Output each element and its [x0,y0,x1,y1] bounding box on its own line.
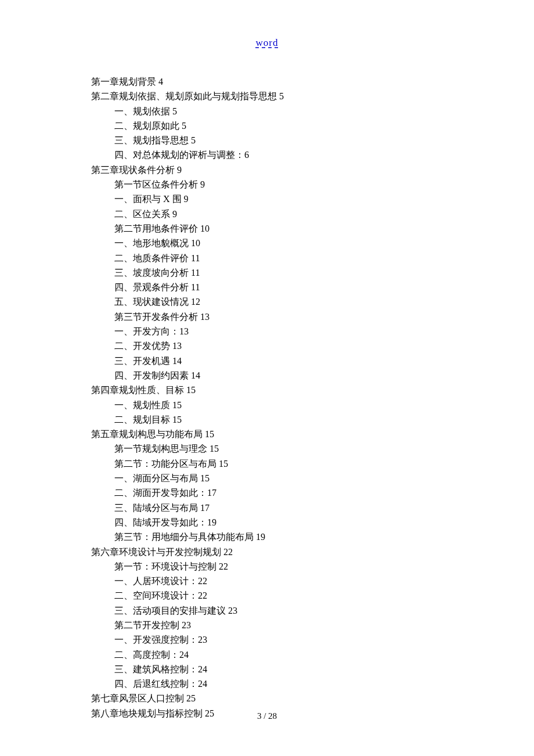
toc-entry: 一、人居环境设计：22 [91,574,534,588]
toc-entry: 二、规划目标 15 [91,412,534,427]
toc-entry: 二、规划原如此 5 [91,118,534,133]
toc-entry: 第三章现状条件分析 9 [91,163,534,177]
page-footer: 3 / 28 [0,711,534,721]
toc-entry: 三、开发机遇 14 [91,354,534,368]
toc-entry: 一、开发方向：13 [91,324,534,339]
toc-entry: 二、开发优势 13 [91,339,534,353]
toc-entry: 四、后退红线控制：24 [91,676,534,691]
toc-entry: 一、湖面分区与布局 15 [91,471,534,485]
toc-entry: 三、坡度坡向分析 11 [91,265,534,280]
toc-entry: 第六章环境设计与开发控制规划 22 [91,545,534,559]
toc-entry: 五、现状建设情况 12 [91,294,534,309]
table-of-contents: 第一章规划背景 4第二章规划依据、规划原如此与规划指导思想 5一、规划依据 5二… [91,74,534,721]
header-link[interactable]: word [0,37,534,49]
toc-entry: 第二节用地条件评价 10 [91,221,534,236]
toc-entry: 第七章风景区人口控制 25 [91,691,534,705]
toc-entry: 第二节开发控制 23 [91,618,534,632]
toc-entry: 三、活动项目的安排与建议 23 [91,603,534,618]
toc-entry: 二、高度控制：24 [91,647,534,662]
toc-entry: 第一章规划背景 4 [91,74,534,89]
toc-entry: 三、建筑风格控制：24 [91,662,534,676]
toc-entry: 第四章规划性质、目标 15 [91,383,534,397]
toc-entry: 一、开发强度控制：23 [91,632,534,647]
toc-entry: 三、规划指导思想 5 [91,133,534,147]
toc-entry: 二、空间环境设计：22 [91,588,534,603]
toc-entry: 第二节：功能分区与布局 15 [91,456,534,471]
toc-entry: 第一节规划构思与理念 15 [91,441,534,456]
toc-entry: 四、景观条件分析 11 [91,280,534,294]
toc-entry: 三、陆域分区与布局 17 [91,501,534,515]
toc-entry: 四、陆域开发导如此：19 [91,515,534,530]
toc-entry: 第二章规划依据、规划原如此与规划指导思想 5 [91,89,534,103]
toc-entry: 第一节：环境设计与控制 22 [91,559,534,574]
toc-entry: 第五章规划构思与功能布局 15 [91,427,534,441]
toc-entry: 第三节：用地细分与具体功能布局 19 [91,530,534,544]
toc-entry: 四、对总体规划的评析与调整：6 [91,147,534,162]
toc-entry: 二、区位关系 9 [91,207,534,221]
toc-entry: 一、规划性质 15 [91,398,534,412]
toc-entry: 一、地形地貌概况 10 [91,236,534,250]
toc-entry: 二、地质条件评价 11 [91,251,534,265]
toc-entry: 一、规划依据 5 [91,104,534,118]
toc-entry: 四、开发制约因素 14 [91,368,534,383]
toc-entry: 一、面积与 X 围 9 [91,192,534,206]
toc-entry: 第三节开发条件分析 13 [91,309,534,324]
toc-entry: 二、湖面开发导如此：17 [91,485,534,500]
toc-entry: 第一节区位条件分析 9 [91,177,534,192]
